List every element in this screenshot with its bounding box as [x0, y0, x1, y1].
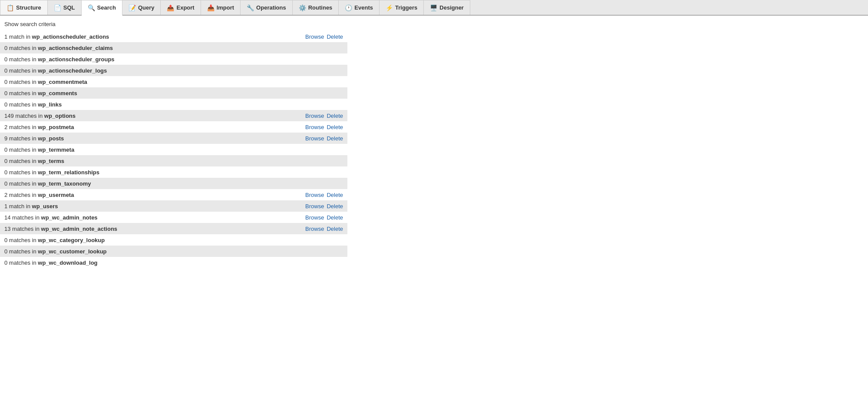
table-row: 2 matches in wp_usermetaBrowseDelete — [0, 189, 347, 200]
browse-link[interactable]: Browse — [305, 214, 324, 221]
tab-routines[interactable]: ⚙️Routines — [293, 0, 339, 15]
delete-link[interactable]: Delete — [327, 135, 343, 142]
tab-export[interactable]: 📤Export — [161, 0, 201, 15]
import-icon: 📥 — [207, 4, 215, 11]
table-name: wp_wc_customer_lookup — [38, 248, 106, 255]
query-label: Query — [138, 4, 155, 11]
result-text: 0 matches in wp_wc_download_log — [4, 259, 343, 266]
table-row: 0 matches in wp_wc_category_lookup — [0, 234, 347, 246]
table-row: 0 matches in wp_actionscheduler_logs — [0, 65, 347, 76]
query-icon: 📝 — [129, 4, 136, 11]
delete-link[interactable]: Delete — [327, 124, 343, 130]
result-text: 0 matches in wp_termmeta — [4, 146, 343, 153]
tab-triggers[interactable]: ⚡Triggers — [380, 0, 424, 15]
export-label: Export — [176, 4, 194, 11]
tab-bar: 📋Structure📄SQL🔍Search📝Query📤Export📥Impor… — [0, 0, 868, 16]
browse-link[interactable]: Browse — [305, 124, 324, 130]
table-name: wp_actionscheduler_claims — [38, 45, 113, 51]
designer-icon: 🖥️ — [430, 4, 437, 11]
result-text: 0 matches in wp_wc_category_lookup — [4, 237, 343, 243]
tab-operations[interactable]: 🔧Operations — [241, 0, 293, 15]
table-row: 0 matches in wp_links — [0, 99, 347, 110]
result-text: 0 matches in wp_actionscheduler_claims — [4, 45, 343, 51]
row-actions: BrowseDelete — [305, 226, 343, 232]
table-row: 0 matches in wp_comments — [0, 87, 347, 99]
table-row: 1 match in wp_usersBrowseDelete — [0, 200, 347, 212]
table-row: 0 matches in wp_terms — [0, 155, 347, 166]
structure-icon: 📋 — [7, 4, 14, 11]
table-row: 14 matches in wp_wc_admin_notesBrowseDel… — [0, 212, 347, 223]
delete-link[interactable]: Delete — [327, 33, 343, 40]
tab-import[interactable]: 📥Import — [201, 0, 241, 15]
row-actions: BrowseDelete — [305, 135, 343, 142]
row-actions: BrowseDelete — [305, 214, 343, 221]
table-row: 149 matches in wp_optionsBrowseDelete — [0, 110, 347, 121]
table-row: 0 matches in wp_wc_customer_lookup — [0, 246, 347, 257]
result-text: 14 matches in wp_wc_admin_notes — [4, 214, 305, 221]
results-table: 1 match in wp_actionscheduler_actionsBro… — [0, 31, 347, 268]
table-name: wp_term_taxonomy — [38, 180, 91, 187]
tab-structure[interactable]: 📋Structure — [0, 0, 48, 15]
content-area: Show search criteria 1 match in wp_actio… — [0, 16, 868, 272]
table-name: wp_commentmeta — [38, 79, 87, 85]
browse-link[interactable]: Browse — [305, 226, 324, 232]
browse-link[interactable]: Browse — [305, 33, 324, 40]
table-name: wp_termmeta — [38, 146, 74, 153]
result-text: 1 match in wp_users — [4, 203, 305, 210]
table-name: wp_wc_download_log — [38, 259, 97, 266]
result-text: 13 matches in wp_wc_admin_note_actions — [4, 226, 305, 232]
table-row: 9 matches in wp_postsBrowseDelete — [0, 133, 347, 144]
table-name: wp_users — [32, 203, 58, 210]
result-text: 0 matches in wp_links — [4, 101, 343, 108]
result-text: 0 matches in wp_term_taxonomy — [4, 180, 343, 187]
tab-designer[interactable]: 🖥️Designer — [424, 0, 470, 15]
table-row: 2 matches in wp_postmetaBrowseDelete — [0, 121, 347, 133]
browse-link[interactable]: Browse — [305, 113, 324, 119]
table-name: wp_usermeta — [38, 192, 74, 198]
row-actions: BrowseDelete — [305, 113, 343, 119]
row-actions: BrowseDelete — [305, 124, 343, 130]
table-name: wp_actionscheduler_actions — [32, 33, 109, 40]
tab-search[interactable]: 🔍Search — [82, 0, 122, 16]
result-text: 0 matches in wp_terms — [4, 158, 343, 164]
tab-sql[interactable]: 📄SQL — [48, 0, 82, 15]
table-row: 0 matches in wp_term_relationships — [0, 166, 347, 178]
browse-link[interactable]: Browse — [305, 192, 324, 198]
result-text: 1 match in wp_actionscheduler_actions — [4, 33, 305, 40]
result-text: 2 matches in wp_usermeta — [4, 192, 305, 198]
result-text: 0 matches in wp_actionscheduler_groups — [4, 56, 343, 63]
search-label: Search — [97, 4, 116, 11]
delete-link[interactable]: Delete — [327, 226, 343, 232]
table-name: wp_terms — [38, 158, 64, 164]
browse-link[interactable]: Browse — [305, 203, 324, 210]
show-search-criteria[interactable]: Show search criteria — [0, 19, 868, 31]
events-icon: 🕐 — [345, 4, 352, 11]
delete-link[interactable]: Delete — [327, 214, 343, 221]
table-name: wp_comments — [38, 90, 77, 96]
row-actions: BrowseDelete — [305, 33, 343, 40]
table-row: 0 matches in wp_actionscheduler_claims — [0, 42, 347, 53]
delete-link[interactable]: Delete — [327, 113, 343, 119]
row-actions: BrowseDelete — [305, 203, 343, 210]
table-row: 13 matches in wp_wc_admin_note_actionsBr… — [0, 223, 347, 234]
tab-query[interactable]: 📝Query — [122, 0, 161, 15]
table-name: wp_wc_category_lookup — [38, 237, 105, 243]
table-row: 0 matches in wp_wc_download_log — [0, 257, 347, 268]
table-name: wp_actionscheduler_logs — [38, 67, 107, 74]
triggers-icon: ⚡ — [386, 4, 393, 11]
table-name: wp_options — [44, 113, 76, 119]
result-text: 0 matches in wp_commentmeta — [4, 79, 343, 85]
result-text: 149 matches in wp_options — [4, 113, 305, 119]
tab-events[interactable]: 🕐Events — [339, 0, 380, 15]
operations-label: Operations — [256, 4, 286, 11]
table-row: 0 matches in wp_termmeta — [0, 144, 347, 155]
structure-label: Structure — [16, 4, 41, 11]
delete-link[interactable]: Delete — [327, 192, 343, 198]
events-label: Events — [354, 4, 373, 11]
result-text: 9 matches in wp_posts — [4, 135, 305, 142]
table-name: wp_posts — [38, 135, 64, 142]
result-text: 0 matches in wp_wc_customer_lookup — [4, 248, 343, 255]
delete-link[interactable]: Delete — [327, 203, 343, 210]
result-text: 0 matches in wp_comments — [4, 90, 343, 96]
browse-link[interactable]: Browse — [305, 135, 324, 142]
